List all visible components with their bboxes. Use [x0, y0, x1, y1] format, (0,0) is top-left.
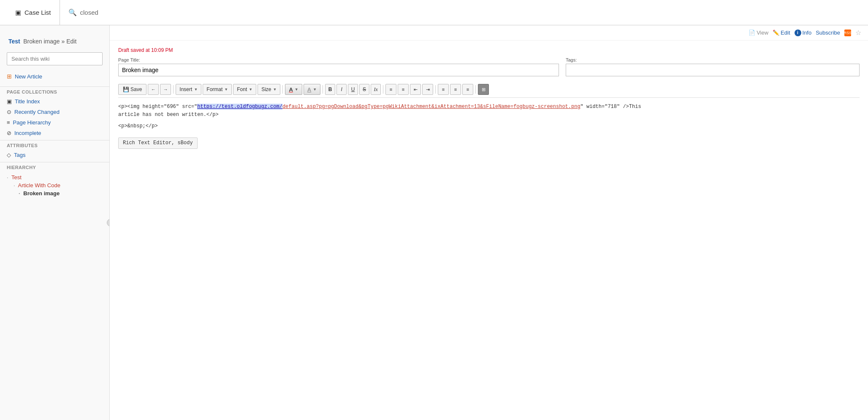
redo-button[interactable]: → [160, 84, 171, 95]
page-hierarchy-icon: ≡ [7, 119, 10, 126]
save-icon: 💾 [123, 86, 129, 92]
font-label: Font [237, 86, 247, 92]
sidebar-item-recently-changed-label: Recently Changed [14, 109, 60, 115]
tooltip-bar-wrap: Rich Text Editor, sBody [118, 131, 860, 149]
editor-area: Draft saved at 10:09 PM Page Title: Tags… [110, 40, 868, 420]
source-button[interactable]: ⊞ [478, 84, 489, 95]
format-dropdown[interactable]: Format ▼ [203, 84, 232, 95]
sidebar-item-title-index[interactable]: ▣ Title Index [0, 96, 109, 107]
html-link-rest: default.asp?pg=pgDownload&pgType=pgWikiA… [282, 104, 580, 110]
view-icon: 📄 [749, 30, 755, 36]
title-index-icon: ▣ [7, 98, 12, 105]
outdent-button[interactable]: ⇤ [410, 84, 421, 95]
sidebar-item-tags[interactable]: ◇ Tags [0, 150, 109, 160]
sidebar-collapse-button[interactable]: ‹ [107, 219, 110, 226]
hier-item-test[interactable]: · Test [7, 173, 103, 181]
size-dropdown[interactable]: Size ▼ [258, 84, 280, 95]
info-link[interactable]: i Info [795, 30, 812, 36]
highlight-color-dropdown[interactable]: A ▼ [304, 84, 320, 95]
hier-item-broken-image[interactable]: · Broken image [7, 189, 103, 197]
unordered-list-button[interactable]: ≡ [398, 84, 409, 95]
format-label: Format [206, 86, 222, 92]
insert-dropdown[interactable]: Insert ▼ [176, 84, 201, 95]
edit-link[interactable]: ✏️ Edit [773, 30, 790, 36]
html-link[interactable]: https://test.oldfogbugz.com/ [197, 104, 282, 110]
case-list-tab[interactable]: ▣ Case List [7, 0, 60, 25]
case-list-label: Case List [24, 9, 51, 16]
align-left-button[interactable]: ≡ [438, 84, 449, 95]
undo-button[interactable]: ← [148, 84, 159, 95]
title-field-group: Page Title: [118, 57, 559, 76]
new-article-button[interactable]: ⊞ New Article [0, 70, 109, 82]
incomplete-icon: ⊘ [7, 130, 11, 136]
title-tags-row: Page Title: Tags: [118, 57, 860, 76]
tags-field-group: Tags: [566, 57, 860, 76]
align-center-button[interactable]: ≡ [450, 84, 461, 95]
hier-item-article-with-code[interactable]: · Article With Code [7, 181, 103, 189]
sidebar-item-incomplete[interactable]: ⊘ Incomplete [0, 128, 109, 138]
info-label: Info [803, 30, 812, 36]
insert-label: Insert [179, 86, 192, 92]
align-right-button[interactable]: ≡ [462, 84, 473, 95]
sidebar-item-page-hierarchy[interactable]: ≡ Page Hierarchy [0, 117, 109, 128]
subscribe-link[interactable]: Subscribe [816, 30, 840, 36]
html-line-1: <p><img height="696" src="https://test.o… [118, 103, 860, 111]
html-line-3: <p>&nbsp;</p> [118, 122, 860, 130]
content-actions: 📄 View ✏️ Edit i Info Subscribe RSS ☆ [110, 25, 868, 40]
wiki-search-wrap [0, 49, 109, 70]
star-icon[interactable]: ☆ [855, 29, 861, 37]
page-title-input[interactable] [118, 64, 559, 76]
recently-changed-icon: ⊙ [7, 109, 11, 115]
html-editor-content[interactable]: <p><img height="696" src="https://test.o… [118, 101, 860, 151]
size-label: Size [261, 86, 271, 92]
italic-serif-button[interactable]: Ix [371, 84, 381, 95]
page-collections-label: PAGE COLLECTIONS [0, 86, 109, 96]
bold-button[interactable]: B [325, 84, 335, 95]
draft-saved-notice: Draft saved at 10:09 PM [118, 47, 860, 53]
search-icon: 🔍 [68, 8, 77, 16]
sidebar-item-recently-changed[interactable]: ⊙ Recently Changed [0, 107, 109, 117]
wiki-search-input[interactable] [7, 52, 103, 65]
edit-label: Edit [781, 30, 790, 36]
font-color-caret: ▼ [295, 87, 298, 92]
new-article-label: New Article [15, 73, 42, 80]
italic-button[interactable]: I [336, 84, 347, 95]
font-dropdown[interactable]: Font ▼ [233, 84, 256, 95]
breadcrumb-tab-broken: Broken image » Edit [22, 38, 76, 45]
font-color-dropdown[interactable]: A ▼ [285, 84, 302, 95]
sidebar: Test Broken image » Edit ⊞ New Article P… [0, 25, 110, 420]
editor-toolbar: 💾 Save ← → Insert ▼ Format ▼ [118, 81, 860, 98]
save-button[interactable]: 💾 Save [118, 84, 146, 95]
sidebar-item-incomplete-label: Incomplete [14, 130, 41, 136]
html-line-2: article has not been written.</p> [118, 111, 860, 119]
tags-input[interactable] [566, 64, 860, 76]
size-caret: ▼ [273, 87, 277, 92]
toolbar-divider-4 [383, 85, 383, 94]
main-layout: Test Broken image » Edit ⊞ New Article P… [0, 25, 868, 420]
page-title-label: Page Title: [118, 57, 559, 62]
underline-button[interactable]: U [348, 84, 358, 95]
search-tab-value: closed [80, 9, 98, 16]
case-list-icon: ▣ [15, 9, 21, 16]
highlight-a: A [307, 86, 311, 93]
breadcrumb-tab-test[interactable]: Test [8, 38, 20, 45]
toolbar-divider-5 [435, 85, 436, 94]
toolbar-divider-3 [323, 85, 323, 94]
html-tag-attrs: " width="718" />This [580, 104, 641, 110]
hierarchy-label: HIERARCHY [0, 162, 109, 172]
breadcrumb-area: Test Broken image » Edit [0, 32, 109, 49]
ordered-list-button[interactable]: ≡ [385, 84, 396, 95]
font-color-a: A [289, 86, 293, 93]
attributes-label: ATTRIBUTES [0, 140, 109, 150]
tags-icon: ◇ [7, 152, 11, 158]
font-caret: ▼ [249, 87, 252, 92]
tags-label: Tags: [566, 57, 860, 62]
highlight-caret: ▼ [313, 87, 317, 92]
search-tab[interactable]: 🔍 closed [60, 0, 107, 25]
rss-icon[interactable]: RSS [844, 30, 851, 36]
editor-inner: Draft saved at 10:09 PM Page Title: Tags… [110, 40, 868, 420]
view-link[interactable]: 📄 View [749, 30, 768, 36]
indent-button[interactable]: ⇥ [422, 84, 433, 95]
toolbar-divider-6 [475, 85, 476, 94]
strikethrough-button[interactable]: S [359, 84, 369, 95]
